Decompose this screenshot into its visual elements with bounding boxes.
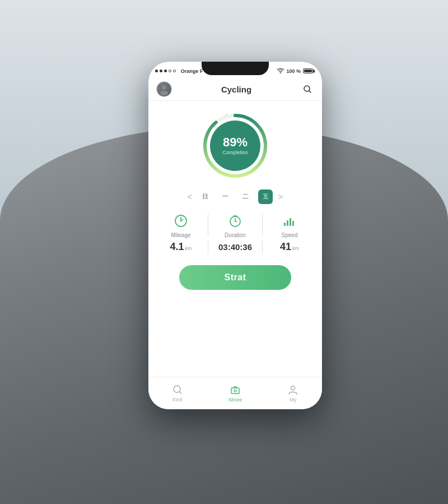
svg-point-0 [162, 85, 166, 90]
svg-rect-9 [284, 223, 286, 226]
find-icon [171, 383, 184, 396]
svg-rect-11 [290, 218, 291, 226]
mileage-value-item: 4.1 km [154, 241, 208, 253]
bottom-nav: Find Strore [148, 377, 322, 409]
status-left: Orange F [155, 68, 203, 74]
nav-store[interactable]: Strore [206, 383, 264, 403]
scene: Orange F 100 % [0, 0, 448, 504]
mileage-unit: km [185, 246, 192, 251]
speed-label: Speed [282, 232, 298, 238]
duration-label: Duration [225, 232, 246, 238]
header-title: Cycling [221, 85, 251, 94]
mileage-icon [172, 212, 190, 230]
search-button[interactable] [301, 82, 314, 96]
ring-container: 89% Completion [202, 112, 269, 179]
svg-point-17 [291, 386, 295, 390]
week-day-tue[interactable]: 二 [238, 189, 253, 204]
signal-dot-5 [173, 70, 176, 72]
svg-rect-12 [292, 221, 294, 226]
signal-dot-1 [155, 70, 158, 72]
phone-screen: Orange F 100 % [148, 62, 322, 409]
phone-frame: Orange F 100 % [148, 62, 322, 409]
find-label: Find [172, 397, 183, 403]
completion-label: Completion [222, 150, 248, 155]
store-label: Strore [228, 397, 242, 403]
speed-number: 41 [280, 241, 291, 253]
signal-dot-2 [160, 70, 162, 72]
stat-duration: Duration [208, 212, 262, 238]
speed-unit: km [292, 246, 299, 251]
svg-point-1 [160, 91, 168, 95]
battery-percent: 100 % [286, 68, 301, 74]
stats-section: Mileage [148, 209, 322, 238]
status-right: 100 % [277, 68, 313, 74]
duration-value-item: 03:40:36 [208, 242, 262, 252]
duration-number: 03:40:36 [218, 242, 252, 252]
avatar[interactable] [156, 81, 172, 97]
mileage-label: Mileage [171, 232, 190, 238]
store-icon [229, 383, 241, 396]
svg-point-7 [180, 220, 182, 221]
duration-icon [226, 212, 244, 230]
svg-line-14 [179, 392, 181, 394]
svg-line-3 [309, 91, 311, 93]
prev-week-button[interactable]: < [188, 192, 192, 201]
week-day-fri[interactable]: 五 [258, 189, 273, 204]
mileage-number: 4.1 [170, 241, 184, 253]
my-icon [287, 383, 299, 396]
svg-rect-10 [287, 220, 288, 226]
signal-dot-4 [169, 70, 171, 72]
nav-find[interactable]: Find [148, 383, 206, 403]
svg-point-16 [234, 390, 236, 392]
my-label: My [290, 397, 296, 403]
stat-speed: Speed [263, 212, 316, 238]
stats-values: 4.1 km 03:40:36 41 km [148, 238, 322, 260]
avatar-icon [158, 83, 170, 95]
percent-value: 89% [223, 136, 248, 149]
search-icon [303, 85, 312, 94]
nav-my[interactable]: My [264, 383, 322, 403]
start-button[interactable]: Strat [179, 265, 291, 290]
week-nav: < 日 一 二 五 > [148, 185, 322, 209]
speed-icon [281, 212, 298, 230]
main-content: 8.9 [148, 101, 322, 377]
next-week-button[interactable]: > [278, 192, 283, 201]
speed-value-item: 41 km [263, 241, 316, 253]
signal-dot-3 [164, 70, 167, 72]
week-day-mon[interactable]: 一 [218, 189, 232, 204]
phone-wrapper: Orange F 100 % [148, 62, 322, 409]
stat-mileage: Mileage [154, 212, 208, 238]
wifi-icon [277, 68, 284, 73]
phone-notch [202, 62, 269, 75]
battery-icon [303, 68, 313, 73]
carrier-name: Orange F [181, 68, 203, 74]
start-button-label: Strat [225, 272, 246, 283]
svg-rect-15 [231, 388, 239, 394]
progress-section: 8.9 [202, 101, 269, 185]
week-day-sun[interactable]: 日 [198, 189, 212, 204]
battery-fill [304, 70, 312, 72]
ring-inner: 89% Completion [210, 121, 260, 171]
app-header: Cycling [148, 78, 322, 101]
